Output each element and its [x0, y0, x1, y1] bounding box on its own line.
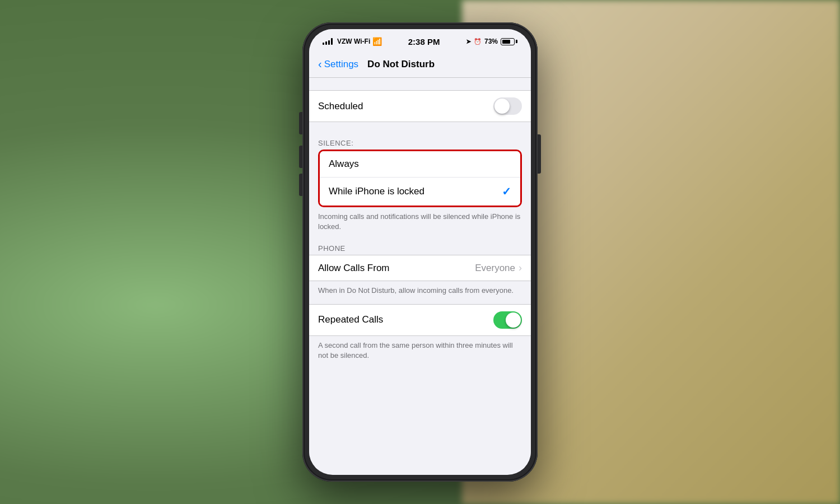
- phone-section-header: PHONE: [309, 240, 531, 255]
- checkmark-icon: ✓: [502, 185, 511, 198]
- page-title: Do Not Disturb: [367, 59, 435, 70]
- status-left: VZW Wi-Fi 📶: [323, 37, 382, 46]
- location-icon: ➤: [466, 38, 471, 45]
- silence-section-header: SILENCE:: [309, 134, 531, 150]
- phone-device: VZW Wi-Fi 📶 2:38 PM ➤ ⏰ 73%: [302, 22, 538, 482]
- silence-options-card: Always While iPhone is locked ✓: [318, 150, 522, 207]
- battery-indicator: [501, 38, 517, 45]
- alarm-icon: ⏰: [474, 38, 482, 45]
- settings-content: Scheduled SILENCE: Always: [309, 78, 531, 470]
- status-time: 2:38 PM: [408, 37, 440, 46]
- repeated-calls-label: Repeated Calls: [318, 314, 383, 325]
- silence-option-while-locked[interactable]: While iPhone is locked ✓: [320, 177, 520, 206]
- scheduled-card: Scheduled: [309, 90, 531, 122]
- repeated-calls-toggle-knob: [506, 312, 521, 328]
- silence-description: Incoming calls and notifications will be…: [309, 207, 531, 240]
- back-label[interactable]: Settings: [324, 59, 358, 70]
- repeated-calls-toggle[interactable]: [493, 311, 522, 329]
- repeated-calls-card: Repeated Calls: [309, 304, 531, 336]
- back-button[interactable]: ‹ Settings: [318, 58, 358, 71]
- allow-calls-right: Everyone ›: [475, 262, 522, 274]
- nav-bar: ‹ Settings Do Not Disturb: [309, 54, 531, 78]
- scheduled-toggle-knob: [494, 99, 510, 114]
- allow-calls-description: When in Do Not Disturb, allow incoming c…: [309, 281, 531, 304]
- silence-option-always[interactable]: Always: [320, 151, 520, 177]
- chevron-right-icon: ›: [519, 262, 522, 274]
- repeated-calls-description: A second call from the same person withi…: [309, 336, 531, 368]
- silence-gap: [309, 122, 531, 134]
- back-chevron-icon: ‹: [318, 58, 322, 71]
- status-right: ➤ ⏰ 73%: [466, 38, 517, 45]
- silence-options-container: Always While iPhone is locked ✓: [309, 150, 531, 207]
- top-gap: [309, 78, 531, 90]
- scheduled-label: Scheduled: [318, 101, 363, 112]
- while-locked-label: While iPhone is locked: [329, 186, 424, 197]
- allow-calls-value: Everyone: [475, 263, 515, 274]
- battery-percent: 73%: [484, 38, 498, 45]
- carrier-label: VZW Wi-Fi: [337, 38, 370, 45]
- allow-calls-row[interactable]: Allow Calls From Everyone ›: [309, 255, 531, 281]
- phone-screen: VZW Wi-Fi 📶 2:38 PM ➤ ⏰ 73%: [309, 29, 531, 475]
- wifi-icon: 📶: [372, 37, 382, 46]
- scheduled-row: Scheduled: [309, 91, 531, 122]
- always-label: Always: [329, 158, 359, 170]
- signal-bars: [323, 38, 333, 45]
- scene: VZW Wi-Fi 📶 2:38 PM ➤ ⏰ 73%: [0, 0, 840, 504]
- scheduled-toggle[interactable]: [493, 97, 522, 115]
- status-bar: VZW Wi-Fi 📶 2:38 PM ➤ ⏰ 73%: [309, 29, 531, 54]
- repeated-calls-row: Repeated Calls: [309, 305, 531, 335]
- allow-calls-label: Allow Calls From: [318, 263, 390, 274]
